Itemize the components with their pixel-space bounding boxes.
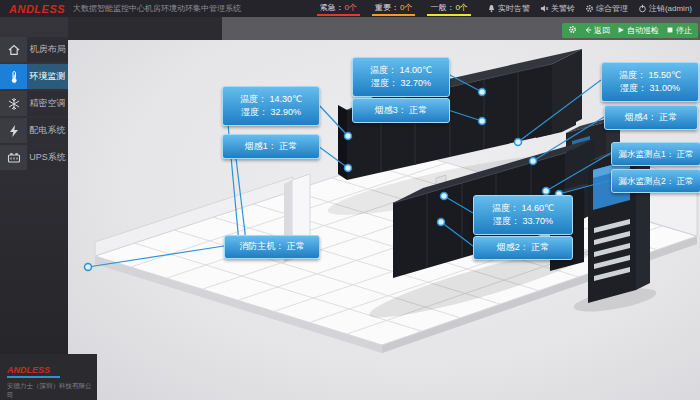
- footer-logo: ANDLESS: [7, 365, 60, 378]
- menu-item-realtime-alarm[interactable]: 实时告警: [487, 3, 530, 14]
- callout-smoke-sensor-2: 烟感2： 正常: [473, 236, 573, 260]
- sidebar-item-ups-system[interactable]: UPS系统: [0, 145, 68, 170]
- stop-label: 停止: [676, 25, 692, 36]
- temperature-value: 温度： 14.60℃: [474, 202, 572, 216]
- callout-temp-humidity-bottom: 温度： 14.60℃ 湿度： 33.70%: [473, 195, 573, 235]
- return-arrow-icon: [584, 26, 592, 36]
- callout-smoke-sensor-3: 烟感3： 正常: [352, 98, 450, 123]
- humidity-value: 湿度： 32.90%: [223, 106, 319, 120]
- menu-label: 实时告警: [498, 3, 530, 14]
- sidebar-item-label: 配电系统: [27, 118, 68, 143]
- sidebar-item-room-layout[interactable]: 机房布局: [0, 37, 68, 62]
- smoke-status: 烟感2： 正常: [474, 241, 572, 255]
- sidebar-item-environment-monitor[interactable]: 环境监测: [0, 64, 68, 89]
- leak-status: 漏水监测点1： 正常: [612, 148, 700, 161]
- fire-host-status: 消防主机： 正常: [225, 240, 319, 254]
- view-settings-button[interactable]: [568, 25, 577, 36]
- callout-smoke-sensor-4: 烟感4： 正常: [604, 105, 698, 130]
- gear-icon: [585, 4, 594, 13]
- top-header: ANDLESS 大数据智能监控中心机房环境动环集中管理系统 紧急：0个 重要：0…: [0, 0, 700, 17]
- temperature-value: 温度： 14.30℃: [223, 93, 319, 107]
- page-title: 大数据智能监控中心机房环境动环集中管理系统: [73, 3, 241, 14]
- snowflake-icon: [0, 91, 27, 116]
- menu-label: 综合管理: [596, 3, 628, 14]
- sidebar-item-label: 机房布局: [27, 37, 68, 62]
- brand-logo: ANDLESS: [0, 3, 73, 15]
- lightning-icon: [0, 118, 27, 143]
- sidebar-item-power-distribution[interactable]: 配电系统: [0, 118, 68, 143]
- callout-temp-humidity-mid: 温度： 14.00℃ 湿度： 32.70%: [352, 57, 450, 97]
- sub-header-bar: 返回 自动巡检 停止: [68, 17, 700, 40]
- auto-patrol-label: 自动巡检: [627, 25, 659, 36]
- callout-water-leak-2: 漏水监测点2： 正常: [611, 169, 700, 193]
- thermometer-icon: [0, 64, 27, 89]
- alarm-badge-critical[interactable]: 紧急：0个: [317, 1, 360, 16]
- alarm-label: 重要：: [375, 2, 399, 13]
- callout-temp-humidity-right: 温度： 15.50℃ 湿度： 31.00%: [601, 62, 699, 102]
- view-toolbar: 返回 自动巡检 停止: [562, 23, 698, 38]
- back-label: 返回: [594, 25, 610, 36]
- play-icon: [617, 26, 625, 36]
- callout-smoke-sensor-1: 烟感1： 正常: [222, 134, 320, 159]
- auto-patrol-button[interactable]: 自动巡检: [617, 25, 659, 36]
- menu-item-mute-alarm-bell[interactable]: 关警铃: [540, 3, 575, 14]
- callout-fire-host: 消防主机： 正常: [224, 235, 320, 259]
- power-icon: [638, 4, 647, 13]
- sidebar-nav: 机房布局 环境监测 精密空调 配电系统 UPS系统: [0, 17, 68, 400]
- menu-item-admin[interactable]: 综合管理: [585, 3, 628, 14]
- footer-company: 安德力士（深圳）科技有限公司: [7, 381, 97, 399]
- home-icon: [0, 37, 27, 62]
- alarm-label: 紧急：: [320, 2, 344, 13]
- alarm-badge-minor[interactable]: 一般：0个: [427, 1, 470, 16]
- sidebar-item-label: UPS系统: [27, 145, 68, 170]
- callout-temp-humidity-left: 温度： 14.30℃ 湿度： 32.90%: [222, 86, 320, 126]
- temperature-value: 温度： 15.50℃: [602, 69, 698, 83]
- alarm-count: 0个: [400, 2, 412, 13]
- smoke-status: 烟感3： 正常: [353, 104, 449, 118]
- speaker-icon: [540, 4, 549, 13]
- humidity-value: 湿度： 33.70%: [474, 215, 572, 229]
- alarm-count: 0个: [455, 2, 467, 13]
- smoke-status: 烟感1： 正常: [223, 140, 319, 154]
- alarm-badge-major[interactable]: 重要：0个: [372, 1, 415, 16]
- battery-icon: [0, 145, 27, 170]
- alarm-count: 0个: [345, 2, 357, 13]
- menu-item-logout[interactable]: 注销(admin): [638, 3, 692, 14]
- menu-label: 关警铃: [551, 3, 575, 14]
- menu-label: 注销(admin): [649, 3, 692, 14]
- alarm-label: 一般：: [430, 2, 454, 13]
- stop-button[interactable]: 停止: [666, 25, 692, 36]
- room-selector-area[interactable]: [68, 17, 222, 40]
- gear-icon: [568, 25, 577, 36]
- sidebar-item-label: 精密空调: [27, 91, 68, 116]
- leak-status: 漏水监测点2： 正常: [612, 175, 700, 188]
- bell-icon: [487, 4, 496, 13]
- callout-water-leak-1: 漏水监测点1： 正常: [611, 142, 700, 166]
- header-menu: 实时告警 关警铃 综合管理 注销(admin): [487, 3, 692, 14]
- stop-icon: [666, 26, 674, 36]
- smoke-status: 烟感4： 正常: [605, 111, 697, 125]
- temperature-value: 温度： 14.00℃: [353, 64, 449, 78]
- humidity-value: 湿度： 32.70%: [353, 77, 449, 91]
- sidebar-item-label: 环境监测: [27, 64, 68, 89]
- back-button[interactable]: 返回: [584, 25, 610, 36]
- sidebar-item-precision-ac[interactable]: 精密空调: [0, 91, 68, 116]
- alarm-counters: 紧急：0个 重要：0个 一般：0个: [317, 1, 471, 16]
- footer-brand: ANDLESS 安德力士（深圳）科技有限公司 版权所有: [0, 354, 97, 400]
- humidity-value: 湿度： 31.00%: [602, 82, 698, 96]
